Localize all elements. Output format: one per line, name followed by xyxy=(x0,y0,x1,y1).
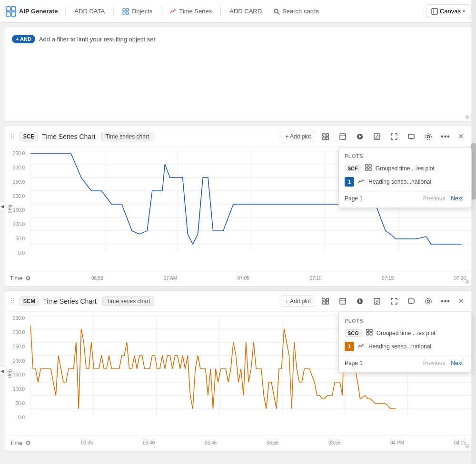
chart1-select-icon[interactable] xyxy=(319,130,332,143)
chart2-y-label: deg xyxy=(7,369,12,378)
chart1-tick-2: 07:05 xyxy=(238,276,249,281)
svg-rect-75 xyxy=(367,333,369,335)
filter-section: + AND Add a filter to limit your resulti… xyxy=(4,27,472,122)
chart2-add-plot-button[interactable]: + Add plot xyxy=(281,296,315,307)
svg-rect-48 xyxy=(340,298,346,304)
chart1-time-settings-icon[interactable]: ⚙ xyxy=(25,275,31,282)
chart2-close-btn[interactable]: ✕ xyxy=(456,296,466,306)
nav-add-card[interactable]: ADD CARD xyxy=(225,5,267,18)
chart1-plot1-row[interactable]: $CF Grouped time ...ies plot xyxy=(339,162,471,175)
chart1-drag-handle[interactable]: ⠿ xyxy=(10,133,15,140)
chart1-fullscreen-btn[interactable] xyxy=(387,130,401,143)
chart-card-2: ◀ ⠿ $CM Time Series Chart Time series ch… xyxy=(4,290,472,451)
chart1-next-btn[interactable]: Next xyxy=(448,194,466,203)
y-tick: 300.0 xyxy=(6,330,27,335)
filter-resize-handle[interactable]: ⟱ xyxy=(465,114,470,120)
chart2-title: Time Series Chart xyxy=(43,297,96,305)
chart2-next-btn[interactable]: Next xyxy=(448,359,466,367)
chart2-tick-0: 03:35 xyxy=(81,440,93,445)
nav-add-data[interactable]: ADD DATA xyxy=(69,5,109,18)
chart1-plot2-icon xyxy=(358,178,365,186)
svg-rect-45 xyxy=(326,298,328,301)
chart1-edit-btn[interactable] xyxy=(370,130,384,143)
svg-rect-12 xyxy=(323,134,325,136)
select-region-icon-2 xyxy=(322,297,329,305)
chart2-prev-btn[interactable]: Previous xyxy=(420,359,448,367)
svg-rect-13 xyxy=(326,134,328,136)
download-icon-2 xyxy=(356,297,364,305)
chart2-screen-btn[interactable] xyxy=(405,295,418,308)
svg-rect-46 xyxy=(323,302,325,304)
logo-text: AIP Generate xyxy=(19,8,58,15)
svg-rect-14 xyxy=(323,137,325,139)
nav-divider-2 xyxy=(113,7,114,16)
chart2-drag-handle[interactable]: ⠿ xyxy=(10,297,15,305)
chart1-collapse-btn[interactable] xyxy=(336,130,349,143)
chart2-settings-btn[interactable] xyxy=(422,295,435,308)
chart2-more-btn[interactable]: ••• xyxy=(439,295,452,308)
chart2-edit-btn[interactable] xyxy=(370,295,384,308)
chart2-page-label: Page 1 xyxy=(345,360,363,366)
chart2-fullscreen-btn[interactable] xyxy=(387,295,401,308)
fullscreen-icon xyxy=(390,133,398,140)
svg-rect-40 xyxy=(366,165,368,167)
nav-search-cards[interactable]: Search cards xyxy=(268,5,324,18)
chart1-plot2-row[interactable]: 1 Heading senso...national xyxy=(339,175,471,189)
chart1-download-btn[interactable] xyxy=(353,130,367,143)
canvas-button[interactable]: Canvas ▾ xyxy=(426,4,470,18)
filter-row: + AND Add a filter to limit your resulti… xyxy=(12,35,464,43)
chart1-body: deg 0.0 50.0 100.0 150.0 200.0 250.0 300… xyxy=(4,147,472,271)
canvas-chevron-icon[interactable]: ▾ xyxy=(463,9,465,14)
chart1-prev-btn[interactable]: Previous xyxy=(420,194,448,203)
edit-icon-2 xyxy=(373,297,381,305)
nav-divider-1 xyxy=(65,7,66,16)
settings-icon-2 xyxy=(425,297,432,305)
chart2-plot2-label: Heading senso...national xyxy=(368,343,431,350)
svg-rect-41 xyxy=(369,165,371,167)
scrollbar[interactable] xyxy=(471,0,476,464)
y-tick: 250.0 xyxy=(6,179,27,185)
chart2-collapse-btn[interactable] xyxy=(336,295,349,308)
chart1-resize-handle[interactable]: ⟱ xyxy=(465,278,470,285)
chart1-tick-1: 07 AM xyxy=(164,276,177,281)
chart2-type-badge: Time series chart xyxy=(102,296,155,306)
scrollbar-thumb[interactable] xyxy=(471,143,476,200)
chart1-time-label: Time xyxy=(10,275,22,282)
svg-rect-7 xyxy=(126,12,129,14)
chart2-download-btn[interactable] xyxy=(353,295,367,308)
chart1-add-plot-button[interactable]: + Add plot xyxy=(281,131,315,142)
chart1-plot1-icon xyxy=(365,164,372,172)
svg-rect-1 xyxy=(11,7,16,11)
filter-and-badge[interactable]: + AND xyxy=(12,35,35,43)
nav-time-series-label: Time Series xyxy=(179,8,212,15)
screen-icon xyxy=(407,133,415,140)
chart1-settings-btn[interactable] xyxy=(422,130,435,143)
nav-objects[interactable]: Objects xyxy=(118,5,157,18)
chart1-plots-dropdown: Plots $CF Grouped time ...ies plot 1 xyxy=(338,147,472,208)
chart2-resize-handle[interactable]: ⟱ xyxy=(465,443,470,450)
download-icon xyxy=(356,133,364,140)
canvas-label: Canvas xyxy=(440,8,461,15)
y-tick: 350.0 xyxy=(6,151,27,156)
svg-rect-10 xyxy=(432,9,437,14)
svg-rect-6 xyxy=(123,12,125,14)
svg-rect-21 xyxy=(408,134,414,138)
chart1-close-btn[interactable]: ✕ xyxy=(456,132,466,141)
chart2-tick-5: 04 PM xyxy=(390,440,404,445)
chart2-plots-footer: Page 1 Previous Next xyxy=(339,355,471,368)
svg-rect-42 xyxy=(366,168,368,170)
chart2-time-settings-icon[interactable]: ⚙ xyxy=(25,439,31,446)
chart2-plot-area: Plots $CO Grouped time ...ies plot 1 xyxy=(30,312,472,435)
chart1-title: Time Series Chart xyxy=(42,133,95,140)
chart1-more-btn[interactable]: ••• xyxy=(439,130,452,143)
chart1-more-dots-icon: ••• xyxy=(441,132,450,141)
svg-rect-3 xyxy=(11,12,16,16)
chart2-plot2-row[interactable]: 1 Heading senso...national xyxy=(339,339,471,354)
nav-time-series[interactable]: Time Series xyxy=(165,5,217,18)
chart1-screen-btn[interactable] xyxy=(405,130,418,143)
canvas-icon xyxy=(431,8,438,15)
chart2-plot1-row[interactable]: $CO Grouped time ...ies plot xyxy=(339,326,471,339)
chart2-tick-2: 03:45 xyxy=(205,440,217,445)
chart1-tick-3: 07:10 xyxy=(309,276,321,281)
chart2-select-icon[interactable] xyxy=(319,295,332,308)
